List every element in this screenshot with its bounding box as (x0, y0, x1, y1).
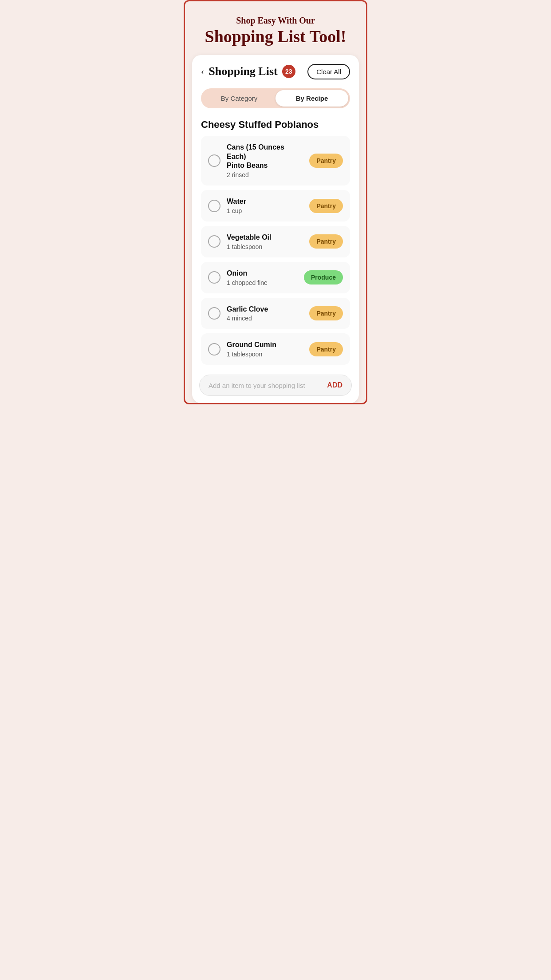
toggle-container: By Category By Recipe (201, 88, 350, 108)
clear-all-button[interactable]: Clear All (307, 64, 350, 79)
item-checkbox-3[interactable] (208, 235, 220, 248)
item-info-6: Ground Cumin 1 tablespoon (227, 340, 303, 358)
add-button[interactable]: ADD (327, 381, 342, 389)
item-checkbox-4[interactable] (208, 271, 220, 284)
back-button[interactable]: ‹ (201, 67, 204, 76)
list-item: Onion 1 chopped fine Produce (201, 262, 350, 293)
item-detail-1: 2 rinsed (227, 171, 303, 178)
item-info-1: Cans (15 Ounces Each) Pinto Beans 2 rins… (227, 143, 303, 178)
app-container: Shop Easy With Our Shopping List Tool! ‹… (184, 0, 367, 404)
item-info-2: Water 1 cup (227, 197, 303, 214)
header-subtitle: Shop Easy With Our (194, 16, 357, 26)
item-name-2: Water (227, 197, 303, 206)
item-checkbox-5[interactable] (208, 307, 220, 320)
by-category-toggle[interactable]: By Category (203, 90, 276, 107)
item-info-5: Garlic Clove 4 minced (227, 305, 303, 322)
list-item: Vegetable Oil 1 tablespoon Pantry (201, 226, 350, 257)
list-item: Ground Cumin 1 tablespoon Pantry (201, 333, 350, 365)
item-detail-3: 1 tablespoon (227, 243, 303, 250)
item-detail-2: 1 cup (227, 207, 303, 214)
item-checkbox-6[interactable] (208, 343, 220, 356)
recipe-section: Cheesy Stuffed Poblanos Cans (15 Ounces … (192, 115, 359, 369)
category-badge-3: Pantry (309, 234, 343, 249)
item-list: Cans (15 Ounces Each) Pinto Beans 2 rins… (201, 136, 350, 369)
item-name-3: Vegetable Oil (227, 233, 303, 242)
item-info-4: Onion 1 chopped fine (227, 269, 298, 286)
add-item-bar[interactable]: Add an item to your shopping list ADD (199, 375, 352, 396)
item-checkbox-1[interactable] (208, 154, 220, 167)
item-detail-5: 4 minced (227, 315, 303, 322)
category-badge-5: Pantry (309, 306, 343, 320)
item-name-6: Ground Cumin (227, 340, 303, 350)
item-checkbox-2[interactable] (208, 200, 220, 212)
header-title: Shopping List Tool! (194, 28, 357, 46)
card-header: ‹ Shopping List 23 Clear All (192, 55, 359, 85)
list-item: Water 1 cup Pantry (201, 190, 350, 221)
item-detail-4: 1 chopped fine (227, 279, 298, 286)
add-item-placeholder: Add an item to your shopping list (209, 382, 305, 389)
category-badge-6: Pantry (309, 342, 343, 356)
category-badge-4: Produce (304, 270, 343, 285)
list-item: Garlic Clove 4 minced Pantry (201, 298, 350, 329)
item-subname-1: Pinto Beans (227, 161, 303, 170)
category-badge-2: Pantry (309, 199, 343, 213)
list-item: Cans (15 Ounces Each) Pinto Beans 2 rins… (201, 136, 350, 186)
item-detail-6: 1 tablespoon (227, 351, 303, 358)
item-name-5: Garlic Clove (227, 305, 303, 314)
toggle-section: By Category By Recipe (192, 85, 359, 115)
card-header-left: ‹ Shopping List 23 (201, 65, 295, 78)
recipe-title: Cheesy Stuffed Poblanos (201, 119, 350, 130)
header-section: Shop Easy With Our Shopping List Tool! (185, 1, 366, 55)
item-name-4: Onion (227, 269, 298, 278)
shopping-list-card: ‹ Shopping List 23 Clear All By Category… (192, 55, 359, 403)
item-info-3: Vegetable Oil 1 tablespoon (227, 233, 303, 250)
category-badge-1: Pantry (309, 154, 343, 168)
item-count-badge: 23 (282, 65, 295, 78)
item-name-1: Cans (15 Ounces Each) (227, 143, 303, 162)
by-recipe-toggle[interactable]: By Recipe (276, 90, 348, 107)
card-title: Shopping List (209, 65, 277, 78)
